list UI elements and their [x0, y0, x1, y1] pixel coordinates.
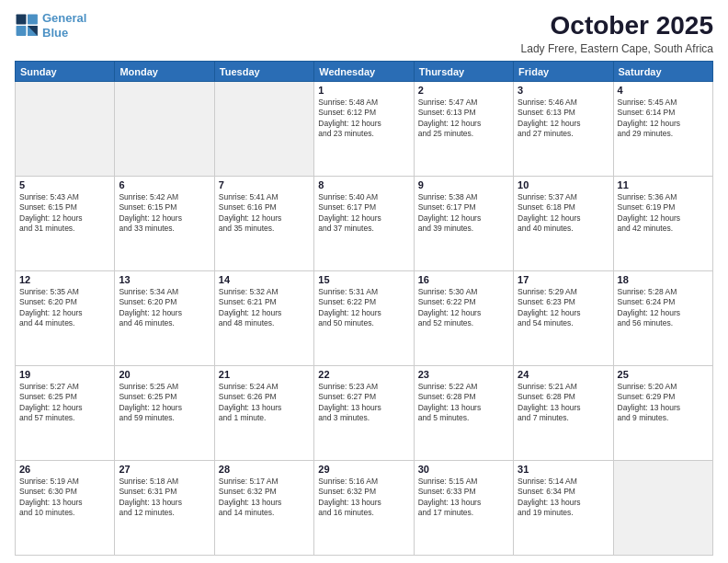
- calendar-cell: 28Sunrise: 5:17 AMSunset: 6:32 PMDayligh…: [214, 461, 313, 556]
- calendar-cell: 31Sunrise: 5:14 AMSunset: 6:34 PMDayligh…: [514, 461, 613, 556]
- logo-line2: Blue: [42, 26, 68, 40]
- page: General Blue October 2025 Lady Frere, Ea…: [0, 0, 728, 563]
- col-tuesday: Tuesday: [214, 62, 313, 82]
- calendar-cell: 27Sunrise: 5:18 AMSunset: 6:31 PMDayligh…: [115, 461, 214, 556]
- logo-icon: [15, 13, 40, 39]
- day-info: Sunrise: 5:45 AMSunset: 6:14 PMDaylight:…: [618, 98, 709, 140]
- calendar-cell: 11Sunrise: 5:36 AMSunset: 6:19 PMDayligh…: [613, 177, 712, 271]
- calendar-cell: 15Sunrise: 5:31 AMSunset: 6:22 PMDayligh…: [314, 271, 414, 366]
- day-number: 11: [618, 179, 709, 190]
- calendar-cell: 23Sunrise: 5:22 AMSunset: 6:28 PMDayligh…: [414, 366, 513, 461]
- col-friday: Friday: [514, 62, 613, 82]
- calendar-week-row: 26Sunrise: 5:19 AMSunset: 6:30 PMDayligh…: [16, 461, 713, 556]
- logo-text: General Blue: [42, 11, 86, 40]
- calendar-cell: 18Sunrise: 5:28 AMSunset: 6:24 PMDayligh…: [613, 271, 712, 366]
- logo: General Blue: [15, 11, 86, 40]
- day-number: 18: [618, 274, 709, 285]
- day-number: 10: [518, 179, 609, 190]
- day-number: 19: [19, 369, 110, 380]
- calendar-cell: 9Sunrise: 5:38 AMSunset: 6:17 PMDaylight…: [414, 177, 513, 271]
- calendar-cell: 20Sunrise: 5:25 AMSunset: 6:25 PMDayligh…: [115, 366, 214, 461]
- day-number: 8: [318, 179, 409, 190]
- day-number: 23: [418, 369, 509, 380]
- day-number: 31: [518, 464, 609, 475]
- day-number: 22: [318, 369, 409, 380]
- day-info: Sunrise: 5:41 AMSunset: 6:16 PMDaylight:…: [219, 192, 310, 235]
- day-info: Sunrise: 5:43 AMSunset: 6:15 PMDaylight:…: [19, 192, 110, 235]
- calendar-week-row: 19Sunrise: 5:27 AMSunset: 6:25 PMDayligh…: [16, 366, 713, 461]
- calendar-week-row: 5Sunrise: 5:43 AMSunset: 6:15 PMDaylight…: [16, 177, 713, 271]
- day-info: Sunrise: 5:37 AMSunset: 6:18 PMDaylight:…: [518, 192, 609, 235]
- day-number: 24: [518, 369, 609, 380]
- calendar-cell: 19Sunrise: 5:27 AMSunset: 6:25 PMDayligh…: [16, 366, 115, 461]
- col-saturday: Saturday: [613, 62, 712, 82]
- day-number: 21: [219, 369, 310, 380]
- day-info: Sunrise: 5:32 AMSunset: 6:21 PMDaylight:…: [219, 287, 310, 329]
- day-info: Sunrise: 5:20 AMSunset: 6:29 PMDaylight:…: [618, 382, 709, 424]
- day-number: 3: [518, 85, 609, 96]
- day-info: Sunrise: 5:47 AMSunset: 6:13 PMDaylight:…: [418, 98, 509, 140]
- header: General Blue October 2025 Lady Frere, Ea…: [15, 11, 713, 55]
- day-info: Sunrise: 5:31 AMSunset: 6:22 PMDaylight:…: [318, 287, 409, 329]
- day-number: 30: [418, 464, 509, 475]
- day-info: Sunrise: 5:18 AMSunset: 6:31 PMDaylight:…: [119, 477, 210, 519]
- svg-rect-1: [17, 26, 27, 36]
- day-number: 20: [119, 369, 210, 380]
- day-number: 9: [418, 179, 509, 190]
- calendar-week-row: 12Sunrise: 5:35 AMSunset: 6:20 PMDayligh…: [16, 271, 713, 366]
- calendar-cell: 14Sunrise: 5:32 AMSunset: 6:21 PMDayligh…: [214, 271, 313, 366]
- day-info: Sunrise: 5:22 AMSunset: 6:28 PMDaylight:…: [418, 382, 509, 424]
- calendar-cell: [214, 82, 313, 177]
- calendar-cell: 17Sunrise: 5:29 AMSunset: 6:23 PMDayligh…: [514, 271, 613, 366]
- day-info: Sunrise: 5:21 AMSunset: 6:28 PMDaylight:…: [518, 382, 609, 424]
- day-number: 16: [418, 274, 509, 285]
- day-info: Sunrise: 5:24 AMSunset: 6:26 PMDaylight:…: [219, 382, 310, 424]
- day-info: Sunrise: 5:16 AMSunset: 6:32 PMDaylight:…: [318, 477, 409, 519]
- day-info: Sunrise: 5:15 AMSunset: 6:33 PMDaylight:…: [418, 477, 509, 519]
- calendar-cell: 6Sunrise: 5:42 AMSunset: 6:15 PMDaylight…: [115, 177, 214, 271]
- day-number: 13: [119, 274, 210, 285]
- calendar-table: Sunday Monday Tuesday Wednesday Thursday…: [15, 61, 713, 556]
- day-number: 5: [19, 179, 110, 190]
- day-number: 7: [219, 179, 310, 190]
- day-number: 14: [219, 274, 310, 285]
- day-info: Sunrise: 5:27 AMSunset: 6:25 PMDaylight:…: [19, 382, 110, 424]
- day-info: Sunrise: 5:40 AMSunset: 6:17 PMDaylight:…: [318, 192, 409, 235]
- day-info: Sunrise: 5:30 AMSunset: 6:22 PMDaylight:…: [418, 287, 509, 329]
- col-monday: Monday: [115, 62, 214, 82]
- calendar-cell: 22Sunrise: 5:23 AMSunset: 6:27 PMDayligh…: [314, 366, 414, 461]
- day-number: 29: [318, 464, 409, 475]
- calendar-cell: 30Sunrise: 5:15 AMSunset: 6:33 PMDayligh…: [414, 461, 513, 556]
- day-info: Sunrise: 5:19 AMSunset: 6:30 PMDaylight:…: [19, 477, 110, 519]
- day-info: Sunrise: 5:38 AMSunset: 6:17 PMDaylight:…: [418, 192, 509, 235]
- day-info: Sunrise: 5:34 AMSunset: 6:20 PMDaylight:…: [119, 287, 210, 329]
- col-wednesday: Wednesday: [314, 62, 414, 82]
- calendar-cell: [115, 82, 214, 177]
- calendar-cell: 7Sunrise: 5:41 AMSunset: 6:16 PMDaylight…: [214, 177, 313, 271]
- location-subtitle: Lady Frere, Eastern Cape, South Africa: [521, 42, 713, 55]
- day-number: 26: [19, 464, 110, 475]
- svg-rect-0: [17, 14, 27, 24]
- calendar-cell: 12Sunrise: 5:35 AMSunset: 6:20 PMDayligh…: [16, 271, 115, 366]
- svg-rect-2: [28, 14, 38, 24]
- day-number: 2: [418, 85, 509, 96]
- day-info: Sunrise: 5:28 AMSunset: 6:24 PMDaylight:…: [618, 287, 709, 329]
- calendar-cell: 4Sunrise: 5:45 AMSunset: 6:14 PMDaylight…: [613, 82, 712, 177]
- calendar-cell: 3Sunrise: 5:46 AMSunset: 6:13 PMDaylight…: [514, 82, 613, 177]
- calendar-cell: 26Sunrise: 5:19 AMSunset: 6:30 PMDayligh…: [16, 461, 115, 556]
- day-info: Sunrise: 5:42 AMSunset: 6:15 PMDaylight:…: [119, 192, 210, 235]
- day-number: 15: [318, 274, 409, 285]
- day-info: Sunrise: 5:25 AMSunset: 6:25 PMDaylight:…: [119, 382, 210, 424]
- calendar-header-row: Sunday Monday Tuesday Wednesday Thursday…: [16, 62, 713, 82]
- day-number: 12: [19, 274, 110, 285]
- calendar-cell: 5Sunrise: 5:43 AMSunset: 6:15 PMDaylight…: [16, 177, 115, 271]
- day-info: Sunrise: 5:48 AMSunset: 6:12 PMDaylight:…: [318, 98, 409, 140]
- calendar-cell: 13Sunrise: 5:34 AMSunset: 6:20 PMDayligh…: [115, 271, 214, 366]
- month-title: October 2025: [521, 11, 713, 40]
- day-info: Sunrise: 5:29 AMSunset: 6:23 PMDaylight:…: [518, 287, 609, 329]
- calendar-cell: 8Sunrise: 5:40 AMSunset: 6:17 PMDaylight…: [314, 177, 414, 271]
- calendar-cell: 10Sunrise: 5:37 AMSunset: 6:18 PMDayligh…: [514, 177, 613, 271]
- day-number: 17: [518, 274, 609, 285]
- calendar-cell: 1Sunrise: 5:48 AMSunset: 6:12 PMDaylight…: [314, 82, 414, 177]
- calendar-cell: 29Sunrise: 5:16 AMSunset: 6:32 PMDayligh…: [314, 461, 414, 556]
